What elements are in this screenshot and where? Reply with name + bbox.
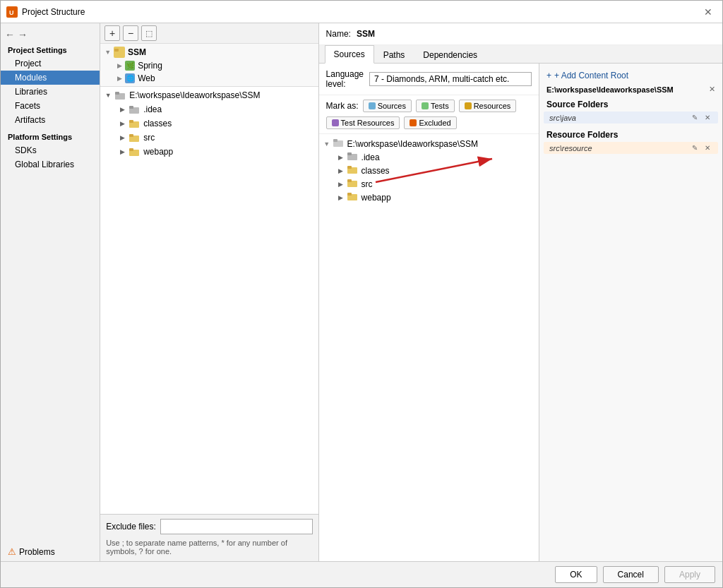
remove-module-button[interactable]: − (123, 25, 138, 41)
tree-src-row[interactable]: ▶ src (100, 131, 318, 145)
dialog-footer: OK Cancel Apply (1, 561, 722, 587)
tab-paths[interactable]: Paths (374, 46, 414, 64)
resource-folder-remove-button[interactable]: ✕ (703, 143, 712, 152)
svg-rect-23 (347, 193, 352, 196)
sidebar-item-facets[interactable]: Facets (1, 99, 100, 113)
app-icon: U (6, 6, 18, 18)
right-panel: Name: SSM Sources Paths Dependencies Lan… (319, 23, 722, 561)
source-folder-entry: src\java ✎ ✕ (544, 112, 718, 124)
tree-idea-row[interactable]: ▶ .idea (100, 102, 318, 116)
exclude-bar: Exclude files: Use ; to separate name pa… (100, 514, 318, 561)
language-level-label: Language level: (326, 69, 364, 89)
name-label: Name: (326, 29, 351, 39)
tab-dependencies[interactable]: Dependencies (414, 46, 486, 64)
tree-idea-label: .idea (143, 104, 162, 114)
sidebar-item-project[interactable]: Project (1, 56, 100, 71)
project-settings-title: Project Settings (1, 42, 100, 56)
svg-rect-17 (347, 152, 352, 155)
spring-module-label: Spring (138, 61, 162, 71)
spring-icon: 🌿 (125, 61, 135, 71)
sources-classes-row[interactable]: ▶ classes (319, 164, 539, 177)
add-content-root-button[interactable]: + + Add Content Root (539, 68, 722, 83)
add-module-button[interactable]: + (104, 25, 120, 41)
language-level-row: Language level: 7 - Diamonds, ARM, multi… (319, 64, 539, 95)
web-module-item[interactable]: ▶ 🌐 Web (100, 72, 318, 85)
svg-rect-15 (333, 139, 337, 142)
sidebar-item-artifacts[interactable]: Artifacts (1, 113, 100, 127)
tree-classes-row[interactable]: ▶ classes (100, 116, 318, 131)
sidebar-item-sdks[interactable]: SDKs (1, 143, 100, 157)
spring-module-item[interactable]: ▶ 🌿 Spring (100, 59, 318, 72)
language-level-select[interactable]: 7 - Diamonds, ARM, multi-catch etc. 8 - … (369, 72, 532, 86)
tests-mark-button[interactable]: Tests (416, 100, 455, 112)
name-row: Name: SSM (319, 23, 722, 45)
sources-root-row[interactable]: ▼ E:\workspase\Ideaworkspase\SSM (319, 137, 539, 150)
nav-back-button[interactable]: ← (5, 29, 15, 40)
excluded-mark-label: Excluded (419, 119, 450, 127)
sources-root-path: E:\workspase\Ideaworkspase\SSM (347, 139, 478, 149)
test-resources-mark-button[interactable]: Test Resources (326, 116, 400, 129)
problems-item[interactable]: ⚠ Problems (1, 542, 100, 561)
tree-classes-label: classes (143, 119, 172, 128)
module-toolbar: + − ⬚ (100, 23, 318, 44)
source-folder-path: src\java (549, 114, 687, 122)
svg-rect-3 (114, 49, 119, 52)
svg-rect-11 (129, 134, 133, 137)
problems-label: Problems (19, 547, 55, 557)
mark-as-label: Mark as: (326, 101, 359, 111)
nav-forward-button[interactable]: → (18, 29, 28, 40)
platform-settings-title: Platform Settings (1, 127, 100, 143)
svg-rect-13 (129, 148, 133, 151)
content-area: Language level: 7 - Diamonds, ARM, multi… (319, 64, 722, 561)
web-icon: 🌐 (125, 73, 135, 83)
resource-folder-edit-button[interactable]: ✎ (690, 143, 700, 152)
tree-webapp-row[interactable]: ▶ webapp (100, 145, 318, 159)
copy-module-button[interactable]: ⬚ (141, 25, 157, 41)
resource-folder-entry: src\resource ✎ ✕ (544, 142, 718, 154)
resource-folders-title: Resource Folders (539, 124, 722, 141)
sources-classes-label: classes (362, 166, 390, 176)
source-folders-title: Source Folders (539, 95, 722, 111)
sources-src-row[interactable]: ▶ src (319, 177, 539, 191)
window-title: Project Structure (22, 7, 695, 17)
exclude-input[interactable] (160, 519, 313, 534)
resources-color-dot (465, 102, 472, 109)
sidebar-item-modules[interactable]: Modules (1, 71, 100, 85)
source-folder-edit-button[interactable]: ✎ (690, 113, 700, 122)
right-sidebar: + + Add Content Root E:\workspase\Ideawo… (539, 64, 722, 561)
resources-mark-button[interactable]: Resources (459, 100, 517, 112)
sources-file-tree: ▼ E:\workspase\Ideaworkspase\SSM (319, 134, 539, 561)
content-root-path-value: E:\workspase\Ideaworkspase\SSM (546, 85, 674, 94)
tests-color-dot (422, 102, 429, 109)
tab-sources[interactable]: Sources (325, 45, 374, 64)
web-module-label: Web (138, 73, 155, 83)
exclude-hint: Use ; to separate name patterns, * for a… (106, 537, 312, 557)
ssm-root-row[interactable]: ▼ SSM (100, 45, 318, 59)
svg-rect-5 (115, 92, 119, 95)
tests-mark-label: Tests (431, 102, 449, 110)
resource-folder-path: src\resource (549, 144, 687, 152)
exclude-label: Exclude files: (106, 522, 156, 532)
close-button[interactable]: ✕ (700, 5, 717, 19)
sidebar-item-libraries[interactable]: Libraries (1, 85, 100, 99)
sources-idea-row[interactable]: ▶ .idea (319, 150, 539, 164)
sidebar-item-global-libraries[interactable]: Global Libraries (1, 157, 100, 172)
file-tree: ▼ E:\workspase\Ideaworkspase\SSM ▶ (100, 87, 318, 514)
excluded-mark-button[interactable]: Excluded (404, 116, 456, 129)
apply-button[interactable]: Apply (664, 566, 715, 583)
content-root-close-icon[interactable]: ✕ (709, 85, 715, 94)
tree-root-row[interactable]: ▼ E:\workspase\Ideaworkspase\SSM (100, 88, 318, 102)
left-content: Language level: 7 - Diamonds, ARM, multi… (319, 64, 539, 561)
cancel-button[interactable]: Cancel (603, 566, 659, 583)
tree-root-label: E:\workspase\Ideaworkspase\SSM (129, 90, 260, 100)
svg-text:U: U (9, 9, 14, 16)
sources-mark-button[interactable]: Sources (363, 100, 412, 112)
svg-rect-7 (129, 106, 133, 109)
sources-webapp-label: webapp (362, 193, 391, 203)
sources-webapp-row[interactable]: ▶ webapp (319, 191, 539, 204)
right-panel-wrapper: Name: SSM Sources Paths Dependencies Lan… (319, 23, 722, 561)
ok-button[interactable]: OK (555, 566, 597, 583)
svg-rect-19 (347, 166, 352, 169)
source-folder-remove-button[interactable]: ✕ (703, 113, 712, 122)
svg-rect-21 (347, 179, 352, 182)
